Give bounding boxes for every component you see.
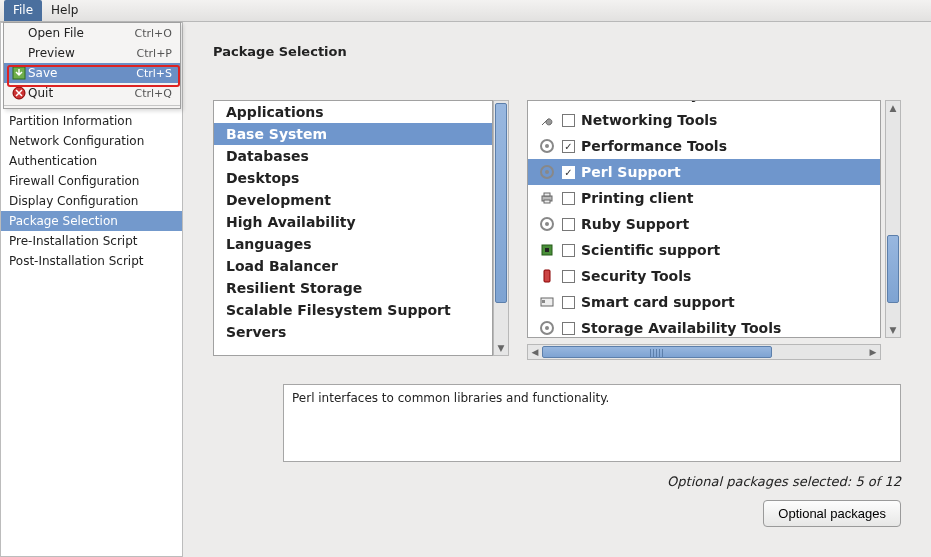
menu-help[interactable]: Help (42, 0, 87, 21)
package-label: Scientific support (581, 242, 870, 258)
scroll-down-icon[interactable]: ▼ (886, 323, 900, 337)
package-checkbox[interactable] (562, 322, 575, 335)
wrench-icon (538, 111, 556, 129)
package-row[interactable]: Security Tools (528, 263, 880, 289)
package-label: Performance Tools (581, 138, 870, 154)
shield-icon (538, 267, 556, 285)
menu-quit-accel: Ctrl+Q (135, 87, 172, 100)
gear-icon (538, 163, 556, 181)
gear-icon (538, 215, 556, 233)
package-row[interactable]: Smart card support (528, 289, 880, 315)
category-item[interactable]: Desktops (214, 167, 492, 189)
category-list[interactable]: Applications Base System Databases Deskt… (213, 100, 493, 356)
category-list-wrap: Applications Base System Databases Deskt… (213, 100, 513, 360)
gear-icon (538, 100, 556, 103)
package-checkbox[interactable] (562, 192, 575, 205)
svg-point-12 (545, 222, 549, 226)
sidebar-item-preinstall[interactable]: Pre-Installation Script (1, 231, 182, 251)
package-row[interactable]: Networking Tools (528, 107, 880, 133)
package-list[interactable]: ✓Network file system clientNetworking To… (527, 100, 881, 338)
package-row[interactable]: ✓Network file system client (528, 100, 880, 107)
quit-icon (10, 86, 28, 100)
save-icon (10, 66, 28, 80)
package-checkbox[interactable]: ✓ (562, 166, 575, 179)
category-item[interactable]: Servers (214, 321, 492, 343)
package-checkbox[interactable]: ✓ (562, 140, 575, 153)
section-title: Package Selection (213, 44, 901, 59)
svg-rect-15 (544, 270, 550, 282)
gear-icon (538, 137, 556, 155)
package-vscrollbar[interactable]: ▲ ▼ (885, 100, 901, 338)
package-label: Security Tools (581, 268, 870, 284)
menu-open-file[interactable]: Open File Ctrl+O (4, 23, 180, 43)
svg-rect-14 (545, 248, 549, 252)
card-icon (538, 293, 556, 311)
menu-save[interactable]: Save Ctrl+S (4, 63, 180, 83)
category-item[interactable]: Development (214, 189, 492, 211)
menu-preview[interactable]: Preview Ctrl+P (4, 43, 180, 63)
menu-quit-label: Quit (28, 86, 135, 100)
menu-save-accel: Ctrl+S (136, 67, 172, 80)
sidebar-item-partition[interactable]: Partition Information (1, 111, 182, 131)
category-item[interactable]: Languages (214, 233, 492, 255)
package-hscrollbar[interactable]: ◀ ▶ (527, 344, 881, 360)
category-item[interactable]: High Availability (214, 211, 492, 233)
svg-rect-10 (544, 200, 550, 203)
package-label: Networking Tools (581, 112, 870, 128)
menu-open-file-accel: Ctrl+O (135, 27, 172, 40)
chip-icon (538, 241, 556, 259)
category-item[interactable]: Base System (214, 123, 492, 145)
package-row[interactable]: Scientific support (528, 237, 880, 263)
sidebar-item-auth[interactable]: Authentication (1, 151, 182, 171)
package-checkbox[interactable] (562, 218, 575, 231)
category-item[interactable]: Databases (214, 145, 492, 167)
package-label: Storage Availability Tools (581, 320, 870, 336)
package-row[interactable]: ✓Performance Tools (528, 133, 880, 159)
main-panel: Package Selection Applications Base Syst… (183, 22, 931, 557)
gear-icon (538, 319, 556, 337)
optional-packages-button[interactable]: Optional packages (763, 500, 901, 527)
package-checkbox[interactable] (562, 296, 575, 309)
category-item[interactable]: Scalable Filesystem Support (214, 299, 492, 321)
sidebar-item-network[interactable]: Network Configuration (1, 131, 182, 151)
package-description: Perl interfaces to common libraries and … (283, 384, 901, 462)
package-row[interactable]: ✓Perl Support (528, 159, 880, 185)
scroll-down-icon[interactable]: ▼ (494, 341, 508, 355)
scrollbar-thumb[interactable] (887, 235, 899, 303)
category-item[interactable]: Load Balancer (214, 255, 492, 277)
svg-point-19 (545, 326, 549, 330)
scroll-right-icon[interactable]: ▶ (866, 345, 880, 359)
optional-packages-count: Optional packages selected: 5 of 12 (667, 474, 901, 489)
scrollbar-thumb[interactable] (495, 103, 507, 303)
menu-open-file-label: Open File (28, 26, 135, 40)
package-checkbox[interactable]: ✓ (562, 100, 575, 101)
sidebar-item-postinstall[interactable]: Post-Installation Script (1, 251, 182, 271)
category-item[interactable]: Applications (214, 101, 492, 123)
menu-quit[interactable]: Quit Ctrl+Q (4, 83, 180, 103)
package-label: Smart card support (581, 294, 870, 310)
package-checkbox[interactable] (562, 270, 575, 283)
menu-file[interactable]: File (4, 0, 42, 21)
printer-icon (538, 189, 556, 207)
file-menu-dropdown: Open File Ctrl+O Preview Ctrl+P Save Ctr… (3, 22, 181, 109)
package-label: Ruby Support (581, 216, 870, 232)
sidebar-item-package-selection[interactable]: Package Selection (1, 211, 182, 231)
package-label: Printing client (581, 190, 870, 206)
sidebar-item-display[interactable]: Display Configuration (1, 191, 182, 211)
svg-rect-17 (542, 300, 545, 303)
scroll-up-icon[interactable]: ▲ (886, 101, 900, 115)
svg-point-7 (545, 170, 549, 174)
category-item[interactable]: Resilient Storage (214, 277, 492, 299)
package-row[interactable]: Printing client (528, 185, 880, 211)
sidebar-item-firewall[interactable]: Firewall Configuration (1, 171, 182, 191)
svg-rect-9 (544, 193, 550, 196)
package-checkbox[interactable] (562, 244, 575, 257)
package-row[interactable]: Ruby Support (528, 211, 880, 237)
package-list-wrap: ✓Network file system clientNetworking To… (527, 100, 901, 360)
package-row[interactable]: Storage Availability Tools (528, 315, 880, 338)
package-label: Network file system client (581, 100, 870, 102)
package-checkbox[interactable] (562, 114, 575, 127)
scroll-left-icon[interactable]: ◀ (528, 345, 542, 359)
category-scrollbar[interactable]: ▲ ▼ (493, 100, 509, 356)
scrollbar-thumb[interactable] (542, 346, 772, 358)
